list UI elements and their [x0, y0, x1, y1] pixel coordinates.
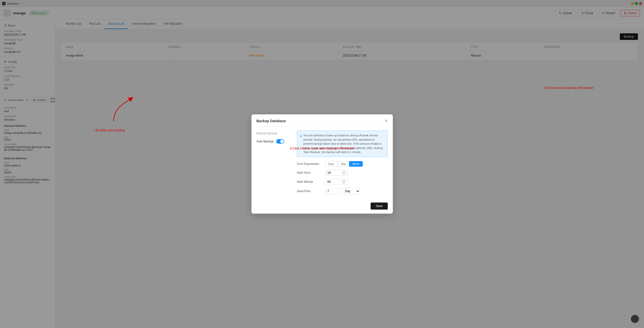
annotation-2-text: 2.Choose auto backup information — [544, 86, 594, 90]
modal-header: Backup Database ✕ — [251, 114, 393, 127]
auto-backup-row: Auto Backup — [256, 139, 292, 144]
modal-content-wrap: Manual Backup Auto Backup ℹ You are advi… — [256, 131, 388, 197]
info-icon: ℹ — [300, 134, 301, 154]
cron-label: Cron Expression — [297, 162, 322, 166]
cron-hour-button[interactable]: Hour — [325, 161, 338, 167]
info-box: ℹ You are advised to back up instances d… — [297, 131, 388, 157]
cron-expression-row: Cron Expression Hour Day Week — [297, 161, 388, 167]
manual-backup-label: Manual Backup — [256, 132, 292, 135]
start-minute-input[interactable] — [327, 180, 340, 184]
start-minute-row: Start Minute 🕐 — [297, 179, 388, 185]
cron-week-button[interactable]: Week — [349, 161, 363, 167]
start-minute-label: Start Minute — [297, 180, 322, 184]
modal-left-panel: Manual Backup Auto Backup — [256, 131, 292, 197]
clock-icon-minute: 🕐 — [342, 180, 346, 184]
save-time-label: SaveTime — [297, 189, 322, 193]
save-time-input[interactable] — [325, 188, 340, 194]
start-hour-row: Start Hour 🕐 — [297, 170, 388, 176]
annotation-1-text: 1.Enable auto backup — [93, 128, 125, 132]
info-text: You are advised to back up instances dur… — [303, 133, 384, 154]
cron-btn-group: Hour Day Week — [325, 161, 363, 167]
clock-icon-hour: 🕐 — [342, 171, 346, 174]
modal-right-panel: ℹ You are advised to back up instances d… — [297, 131, 388, 197]
cron-day-button[interactable]: Day — [338, 161, 349, 167]
auto-backup-label: Auto Backup — [256, 140, 274, 143]
save-time-control: Day Week Month — [325, 188, 360, 194]
backup-modal: Backup Database ✕ Manual Backup Auto Bac… — [251, 114, 393, 214]
save-button[interactable]: Save — [371, 203, 388, 210]
start-hour-input[interactable] — [327, 171, 340, 174]
modal-footer: Save — [251, 203, 393, 214]
save-time-row: SaveTime Day Week Month — [297, 188, 388, 194]
start-hour-input-wrapper: 🕐 — [325, 170, 348, 176]
modal-overlay[interactable]: Backup Database ✕ Manual Backup Auto Bac… — [0, 0, 644, 328]
auto-backup-toggle[interactable] — [276, 139, 284, 144]
modal-body: Manual Backup Auto Backup ℹ You are advi… — [251, 127, 393, 203]
save-time-unit-select[interactable]: Day Week Month — [342, 188, 360, 194]
modal-close-button[interactable]: ✕ — [384, 118, 388, 123]
modal-title: Backup Database — [256, 119, 286, 123]
annotation-1: 1.Enable auto backup — [98, 93, 129, 124]
start-hour-label: Start Hour — [297, 171, 322, 174]
start-minute-input-wrapper: 🕐 — [325, 179, 348, 185]
